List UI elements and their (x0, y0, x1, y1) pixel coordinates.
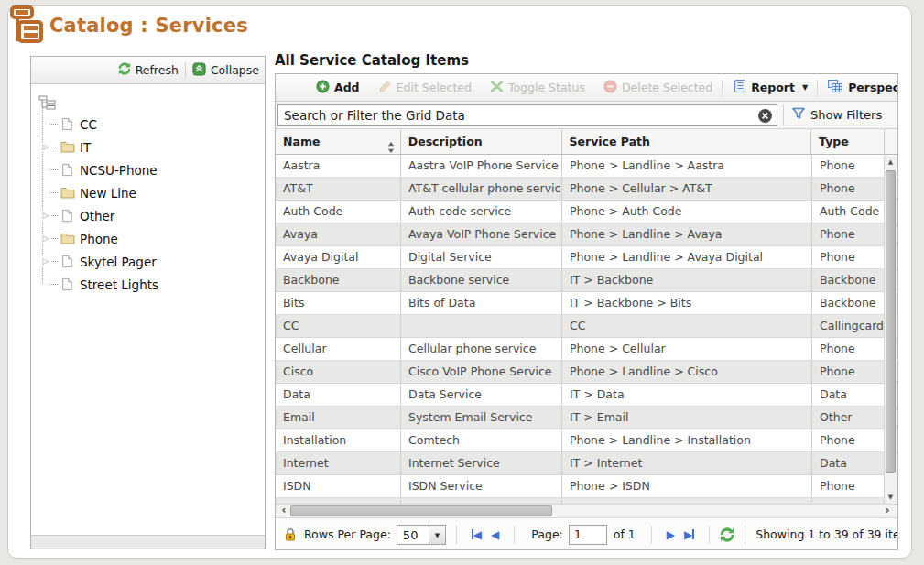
vertical-scrollbar[interactable]: ▲ ▼ (884, 156, 897, 504)
column-header-type[interactable]: Type (811, 129, 885, 154)
table-row-avaya-digital[interactable]: Avaya DigitalDigital ServicePhone > Land… (276, 246, 897, 269)
table-row-data[interactable]: DataData ServiceIT > DataData (276, 384, 897, 407)
tree-item-ncsu-phone[interactable]: NCSU-Phone (38, 158, 265, 181)
collapse-tree-button[interactable]: Collapse (192, 62, 259, 79)
tree-item-label: Phone (80, 232, 118, 246)
chevron-down-icon: ▼ (802, 83, 808, 92)
table-row-cisco[interactable]: CiscoCisco VoIP Phone ServicePhone > Lan… (276, 361, 897, 384)
sort-icon[interactable] (387, 136, 395, 154)
table-row-isdn[interactable]: ISDNISDN ServicePhone > ISDNPhone (276, 475, 897, 498)
cell-type: Auth Code (812, 201, 886, 223)
refresh-tree-button[interactable]: Refresh (118, 62, 179, 78)
tree-branch-line (49, 192, 58, 193)
cell-name: Data (276, 384, 401, 407)
expand-arrow-icon[interactable]: ▷ (40, 256, 51, 266)
table-row-cellular[interactable]: CellularCellular phone servicePhone > Ce… (276, 338, 897, 361)
tree-item-street-lights[interactable]: Street Lights (38, 273, 265, 296)
refresh-grid-icon[interactable] (720, 527, 734, 542)
cell-description: Cellular phone service (401, 338, 562, 361)
grid-pagination-bar: Rows Per Page: 50 ▼ ◀ ◀ Page: of 1 ▶ ▶ S… (276, 519, 897, 549)
cell-type: Callingcards (812, 315, 886, 338)
expand-arrow-icon[interactable]: ▷ (40, 234, 51, 244)
cell-description: Cisco VoIP Phone Service (401, 361, 562, 384)
report-icon (732, 79, 746, 96)
tree-root-icon (38, 95, 56, 110)
column-header-name[interactable]: Name (276, 129, 401, 154)
cell-description: Digital Service (401, 246, 562, 269)
cell-service_path: IT > Internet (562, 452, 812, 475)
tree-item-other[interactable]: ▷Other (38, 204, 265, 227)
table-row-at-t[interactable]: AT&TAT&T cellular phone servicePhone > C… (276, 178, 897, 201)
service-catalog-grid-panel: Add Edit Selected Toggle Status Delete S… (275, 73, 898, 550)
toolbar-separator (817, 80, 818, 96)
cell-service_path: IT > Backbone (562, 269, 812, 292)
folder-icon (60, 140, 75, 155)
collapse-icon (192, 62, 206, 79)
toolbar-separator (185, 62, 186, 79)
table-row-internet[interactable]: InternetInternet ServiceIT > InternetDat… (276, 452, 897, 475)
clear-search-icon[interactable] (757, 108, 773, 124)
table-row-avaya[interactable]: AvayaAvaya VoIP Phone ServicePhone > Lan… (276, 223, 897, 246)
table-row-backbone[interactable]: BackboneBackbone serviceIT > BackboneBac… (276, 269, 897, 292)
cell-name: Cellular (276, 338, 401, 361)
cell-description: Backbone service (401, 269, 562, 292)
tree-item-new-line[interactable]: New Line (38, 181, 265, 204)
table-row-email[interactable]: EmailSystem Email ServiceIT > EmailOther (276, 407, 897, 429)
first-page-button[interactable]: ◀ (472, 528, 482, 541)
scroll-up-arrow[interactable]: ▲ (885, 156, 897, 168)
cell-type: Backbone (812, 269, 886, 292)
expand-arrow-icon[interactable]: ▷ (40, 211, 51, 221)
next-page-button[interactable]: ▶ (667, 528, 675, 541)
delete-selected-button[interactable]: Delete Selected (603, 80, 712, 96)
grid-filter-bar: Show Filters (276, 102, 897, 129)
add-button[interactable]: Add (316, 80, 360, 96)
cell-type: Phone (812, 475, 886, 498)
collapse-label: Collapse (211, 63, 259, 77)
tree-item-label: NCSU-Phone (80, 163, 158, 178)
table-row-aastra[interactable]: AastraAastra VoIP Phone ServicePhone > L… (276, 155, 897, 178)
perspectives-menu-button[interactable]: Perspectives ▼ (827, 79, 898, 96)
cell-type: Backbone (812, 292, 886, 315)
cell-description: Bits of Data (401, 292, 562, 315)
cell-service_path: IT > Backbone > Bits (562, 292, 812, 315)
refresh-label: Refresh (136, 63, 179, 77)
tree-item-phone[interactable]: ▷Phone (38, 227, 265, 250)
table-row-cc[interactable]: CCCCCallingcards (276, 315, 897, 338)
vertical-scrollbar-thumb[interactable] (886, 170, 896, 473)
horizontal-scrollbar-thumb[interactable] (290, 505, 552, 516)
table-row-installation[interactable]: InstallationComtechPhone > Landline > In… (276, 429, 897, 452)
previous-page-button[interactable]: ◀ (491, 528, 499, 541)
report-menu-button[interactable]: Report ▼ (732, 79, 808, 96)
cell-name: Aastra (276, 155, 401, 178)
cell-type: Data (812, 452, 886, 475)
table-row-auth-code[interactable]: Auth CodeAuth code servicePhone > Auth C… (276, 201, 897, 223)
tree-item-it[interactable]: ▷IT (38, 136, 265, 158)
expand-arrow-icon[interactable]: ▷ (40, 142, 51, 152)
tree-item-skytel-pager[interactable]: ▷Skytel Pager (38, 250, 265, 273)
toggle-status-button[interactable]: Toggle Status (490, 80, 585, 96)
last-page-button[interactable]: ▶ (684, 528, 694, 541)
tree-root-node[interactable] (38, 92, 265, 113)
folder-icon (60, 186, 75, 201)
cell-service_path: CC (562, 315, 812, 338)
edit-selected-button[interactable]: Edit Selected (378, 80, 472, 96)
catalog-tree: CC▷ITNCSU-PhoneNew Line▷Other▷Phone▷Skyt… (31, 85, 265, 534)
cell-name: Cisco (276, 361, 401, 384)
grid-body: AastraAastra VoIP Phone ServicePhone > L… (276, 155, 897, 504)
page-number-input[interactable] (569, 525, 607, 545)
scroll-right-arrow[interactable]: › (881, 505, 894, 517)
rows-per-page-select[interactable]: 50 ▼ (397, 525, 446, 545)
table-row-bits[interactable]: BitsBits of DataIT > Backbone > BitsBack… (276, 292, 897, 315)
scroll-left-arrow[interactable]: ‹ (277, 505, 290, 517)
column-header-label: Type (819, 135, 849, 148)
grid-title: All Service Catalog Items (275, 52, 469, 69)
cell-service_path: Phone > Auth Code (562, 201, 812, 223)
horizontal-scrollbar[interactable]: ‹ › (276, 504, 897, 518)
column-header-description[interactable]: Description (401, 129, 562, 154)
delete-selected-label: Delete Selected (622, 81, 712, 94)
show-filters-button[interactable]: Show Filters (791, 106, 882, 124)
tree-item-cc[interactable]: CC (38, 113, 265, 136)
column-header-service-path[interactable]: Service Path (562, 129, 812, 154)
search-input[interactable] (278, 105, 777, 125)
scroll-down-arrow[interactable]: ▼ (885, 491, 897, 504)
